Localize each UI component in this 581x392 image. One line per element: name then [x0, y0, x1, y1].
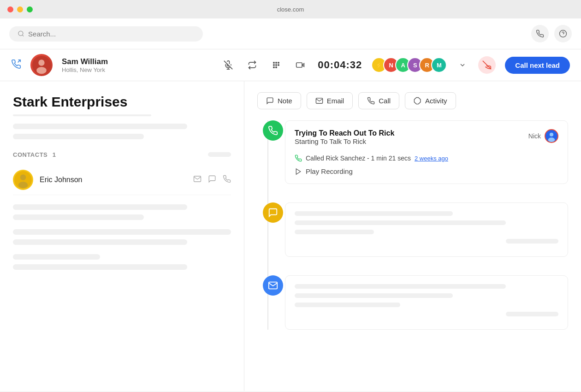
timeline: Trying To Reach Out To Rick Starting To …	[257, 120, 568, 330]
right-panel: Note Email Call Activity	[244, 81, 581, 391]
avatar-stack: ⚡ N A S R M	[371, 57, 447, 73]
call-info-icon	[295, 154, 302, 162]
contacts-header: CONTACTS 1	[13, 150, 231, 159]
play-recording-label: Play Recording	[306, 167, 353, 175]
search-icon	[18, 30, 24, 37]
sk-t2	[295, 293, 453, 298]
call-time-ago[interactable]: 2 weeks ago	[415, 155, 448, 162]
search-input[interactable]	[28, 30, 195, 38]
sk-title	[295, 211, 453, 216]
minimize-dot[interactable]	[17, 6, 23, 12]
transfer-button[interactable]	[244, 57, 261, 73]
call-controls	[220, 57, 308, 73]
contacts-section: CONTACTS 1 Eric Johnson	[13, 150, 231, 195]
svg-marker-25	[414, 97, 420, 104]
left-panel: Stark Enterprises CONTACTS 1	[0, 81, 244, 391]
contact-chat-icon[interactable]	[208, 175, 216, 185]
phone-button[interactable]	[531, 25, 549, 42]
email-icon	[315, 97, 323, 105]
timeline-item-1: Trying To Reach Out To Rick Starting To …	[285, 120, 568, 184]
timeline-dot-1	[263, 120, 283, 141]
timeline-item-3	[285, 275, 568, 330]
record-button[interactable]	[292, 57, 308, 73]
company-name: Stark Enterprises	[13, 94, 231, 110]
call-button[interactable]: Call	[358, 92, 399, 109]
skeleton-group-2	[13, 229, 231, 245]
contact-location: Hollis, New York	[62, 66, 211, 73]
sk-footer	[295, 230, 374, 234]
contacts-label-wrapper: CONTACTS 1	[13, 150, 56, 159]
call-next-lead-button[interactable]: Call next lead	[505, 57, 570, 74]
skeleton-card-2	[285, 202, 568, 257]
note-button[interactable]: Note	[257, 92, 301, 109]
contact-avatar	[30, 54, 53, 76]
timeline-user-avatar	[545, 129, 558, 143]
svg-point-15	[276, 65, 277, 66]
call-label: Call	[379, 97, 391, 105]
sk3	[13, 229, 231, 235]
email-label: Email	[327, 97, 344, 105]
timeline-card-titles: Trying To Reach Out To Rick Starting To …	[295, 129, 394, 152]
timeline-card-1: Trying To Reach Out To Rick Starting To …	[285, 120, 568, 184]
sk-right	[506, 239, 558, 244]
outgoing-call-icon[interactable]	[11, 59, 21, 71]
svg-rect-19	[296, 63, 302, 67]
note-icon	[266, 97, 274, 105]
timeline-card-subtitle: Starting To Talk To Rick	[295, 137, 394, 145]
sk5	[13, 254, 100, 260]
mute-button[interactable]	[220, 57, 237, 73]
timeline-card-title: Trying To Reach Out To Rick	[295, 129, 394, 137]
search-bar-icons	[531, 25, 572, 42]
note-label: Note	[278, 97, 292, 105]
end-call-button[interactable]	[478, 56, 496, 74]
titlebar: close.com	[0, 0, 581, 18]
activity-button[interactable]: Activity	[405, 92, 456, 109]
sk4	[13, 239, 187, 245]
help-icon	[559, 30, 567, 38]
svg-point-11	[273, 62, 275, 64]
timeline-user-name: Nick	[528, 132, 541, 140]
play-recording-button[interactable]: Play Recording	[295, 167, 353, 175]
main-content: Stark Enterprises CONTACTS 1	[0, 81, 581, 391]
phone-icon	[536, 30, 544, 38]
contact-item: Eric Johnson	[13, 165, 231, 195]
call-timer: 00:04:32	[318, 59, 362, 71]
timeline-user: Nick	[528, 129, 558, 143]
contact-email-icon[interactable]	[193, 175, 202, 185]
help-button[interactable]	[554, 25, 572, 42]
contact-item-icons	[193, 175, 231, 185]
sk-t1	[295, 284, 506, 289]
sk-t3	[295, 303, 400, 307]
contacts-count: 1	[53, 151, 56, 158]
svg-point-7	[36, 67, 47, 74]
avatar-dropdown-button[interactable]	[456, 59, 469, 71]
email-button[interactable]: Email	[307, 92, 353, 109]
contact-item-name: Eric Johnson	[40, 176, 187, 184]
titlebar-url: close.com	[277, 6, 304, 13]
close-dot[interactable]	[7, 6, 13, 12]
sk2	[13, 214, 144, 220]
skeleton-field-2	[13, 134, 144, 139]
svg-point-18	[276, 67, 277, 68]
call-icon	[367, 97, 375, 105]
svg-point-23	[20, 174, 26, 180]
timeline-dot-2	[263, 202, 283, 223]
contact-info: Sam William Hollis, New York	[62, 57, 211, 73]
svg-point-6	[38, 59, 44, 65]
svg-marker-29	[296, 169, 300, 174]
svg-point-24	[18, 182, 28, 188]
contact-phone-icon[interactable]	[223, 175, 231, 185]
search-container[interactable]	[9, 26, 203, 42]
timeline-item-2	[285, 202, 568, 257]
svg-point-12	[276, 62, 277, 64]
maximize-dot[interactable]	[27, 6, 33, 12]
svg-point-14	[273, 65, 275, 66]
sk1	[13, 204, 187, 210]
contacts-action-skeleton	[208, 152, 231, 157]
svg-point-27	[550, 133, 553, 137]
call-info-row: Called Rick Sanchez - 1 min 21 secs 2 we…	[295, 154, 558, 162]
feed-actions: Note Email Call Activity	[257, 92, 568, 109]
skeleton-card-3	[285, 275, 568, 330]
call-info-text: Called Rick Sanchez - 1 min 21 secs	[306, 154, 411, 162]
dialpad-button[interactable]	[268, 57, 285, 73]
